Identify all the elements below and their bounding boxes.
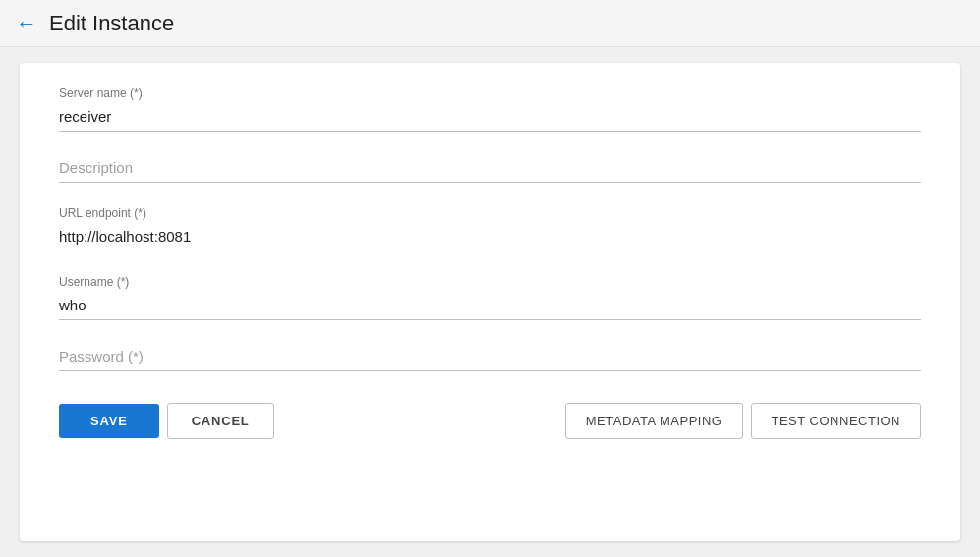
cancel-button[interactable]: CANCEL bbox=[167, 403, 274, 439]
right-buttons: METADATA MAPPING TEST CONNECTION bbox=[565, 403, 921, 439]
username-input[interactable] bbox=[59, 293, 921, 320]
server-name-input[interactable] bbox=[59, 104, 921, 132]
url-endpoint-label: URL endpoint (*) bbox=[59, 206, 921, 220]
header: ← Edit Instance bbox=[0, 0, 980, 47]
save-button[interactable]: SAVE bbox=[59, 404, 159, 438]
back-arrow-icon[interactable]: ← bbox=[16, 11, 37, 36]
server-name-field: Server name (*) bbox=[59, 86, 921, 132]
page-wrapper: ← Edit Instance Server name (*) URL endp… bbox=[0, 0, 980, 557]
metadata-mapping-button[interactable]: METADATA MAPPING bbox=[565, 403, 743, 439]
password-field bbox=[59, 344, 921, 371]
url-endpoint-input[interactable] bbox=[59, 224, 921, 251]
content-card: Server name (*) URL endpoint (*) Usernam… bbox=[20, 63, 960, 541]
page-title: Edit Instance bbox=[49, 11, 174, 36]
test-connection-button[interactable]: TEST CONNECTION bbox=[751, 403, 922, 439]
server-name-label: Server name (*) bbox=[59, 86, 921, 100]
description-field bbox=[59, 155, 921, 183]
button-row: SAVE CANCEL METADATA MAPPING TEST CONNEC… bbox=[59, 403, 921, 439]
url-endpoint-field: URL endpoint (*) bbox=[59, 206, 921, 251]
username-field: Username (*) bbox=[59, 275, 921, 320]
username-label: Username (*) bbox=[59, 275, 921, 289]
password-input[interactable] bbox=[59, 344, 921, 371]
description-input[interactable] bbox=[59, 155, 921, 183]
